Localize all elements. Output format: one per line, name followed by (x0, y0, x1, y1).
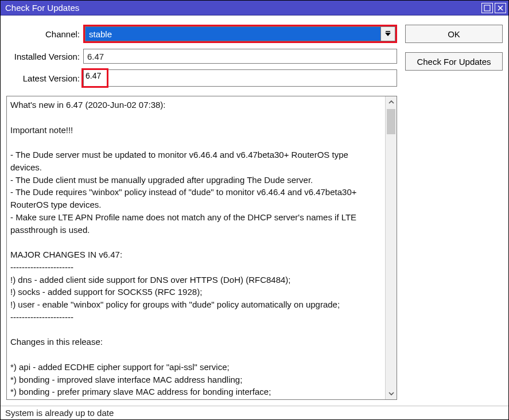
svg-marker-4 (385, 33, 391, 36)
titlebar: Check For Updates (1, 1, 508, 15)
close-button[interactable] (495, 3, 506, 13)
changelog-box: What's new in 6.47 (2020-Jun-02 07:38): … (6, 96, 397, 400)
latest-version-highlight: 6.47 (81, 68, 108, 88)
scrollbar[interactable] (385, 96, 397, 399)
latest-version-value: 6.47 (86, 71, 101, 80)
channel-row: Channel: stable (6, 25, 397, 43)
status-text: System is already up to date (5, 408, 114, 418)
window-title: Check For Updates (5, 3, 480, 13)
status-bar: System is already up to date (1, 406, 508, 419)
installed-label: Installed Version: (6, 52, 83, 61)
channel-dropdown-button[interactable] (380, 26, 395, 41)
channel-highlight: stable (83, 25, 397, 43)
latest-row: Latest Version: 6.47 (6, 69, 397, 87)
installed-row: Installed Version: 6.47 (6, 49, 397, 64)
installed-version-field: 6.47 (83, 49, 397, 64)
svg-rect-3 (386, 31, 390, 32)
scroll-up-button[interactable] (386, 96, 397, 108)
channel-select[interactable]: stable (85, 26, 380, 41)
minimize-button[interactable] (481, 3, 493, 13)
changelog-text[interactable]: What's new in 6.47 (2020-Jun-02 07:38): … (7, 96, 385, 399)
ok-button[interactable]: OK (405, 25, 503, 43)
chevron-up-icon (388, 100, 394, 104)
svg-rect-0 (484, 5, 490, 11)
channel-label: Channel: (6, 29, 83, 39)
chevron-down-icon (384, 31, 391, 37)
check-updates-button[interactable]: Check For Updates (405, 52, 503, 71)
scroll-thumb[interactable] (387, 109, 395, 134)
chevron-down-icon (388, 391, 394, 396)
scroll-down-button[interactable] (386, 388, 397, 399)
latest-label: Latest Version: (6, 73, 83, 83)
latest-version-field: 6.47 (83, 69, 397, 87)
